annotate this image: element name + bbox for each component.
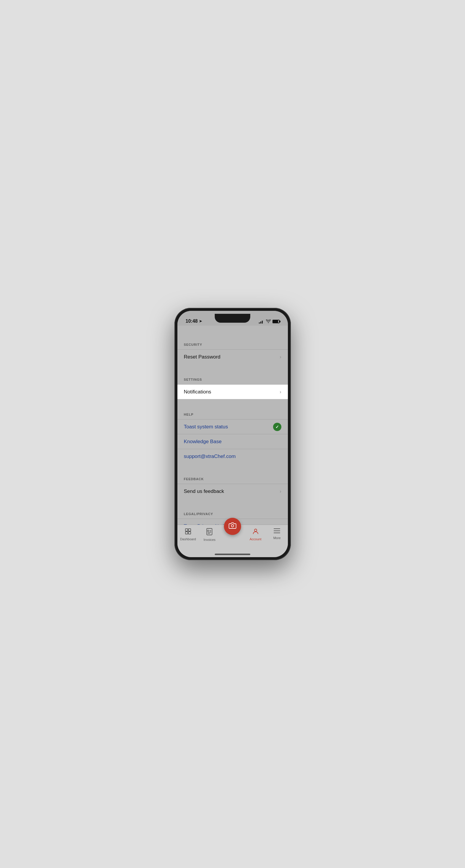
status-time: 10:48 ➤ <box>186 318 202 324</box>
battery-icon <box>272 320 280 323</box>
invoices-icon <box>206 528 213 537</box>
nav-item-more[interactable]: More <box>268 528 286 540</box>
reset-password-item[interactable]: Reset Password › <box>177 349 288 364</box>
nav-item-invoices[interactable]: Invoices <box>201 528 218 541</box>
camera-fab-button[interactable] <box>224 518 241 535</box>
account-icon <box>252 528 259 536</box>
svg-rect-4 <box>188 532 191 534</box>
more-label: More <box>273 536 281 540</box>
support-email-item[interactable]: support@xtraChef.com <box>177 449 288 464</box>
status-icons <box>259 319 280 324</box>
feedback-section-header: FEEDBACK <box>177 472 288 484</box>
invoices-label: Invoices <box>203 538 215 541</box>
knowledge-base-item[interactable]: Knowledge Base <box>177 434 288 449</box>
svg-rect-5 <box>207 528 212 535</box>
svg-point-6 <box>208 530 209 532</box>
nav-item-dashboard[interactable]: Dashboard <box>179 528 197 541</box>
account-label: Account <box>250 537 262 541</box>
help-section-header: HELP <box>177 407 288 419</box>
svg-rect-2 <box>188 529 191 531</box>
svg-point-0 <box>231 525 234 527</box>
send-feedback-item[interactable]: Send us feedback › <box>177 484 288 499</box>
navigation-icon: ➤ <box>199 319 202 323</box>
phone-frame: 10:48 ➤ <box>174 308 291 560</box>
more-icon <box>273 528 281 535</box>
security-section: SECURITY Reset Password › <box>177 338 288 364</box>
signal-icon <box>259 319 264 323</box>
security-section-header: SECURITY <box>177 338 288 349</box>
svg-point-11 <box>254 529 257 531</box>
bottom-nav: Dashboard Invoices <box>177 525 288 551</box>
content-area: SECURITY Reset Password › SETTINGS No <box>177 326 288 525</box>
toast-system-status-item[interactable]: Toast system status ✓ <box>177 419 288 434</box>
nav-item-account[interactable]: Account <box>247 528 264 541</box>
dashboard-label: Dashboard <box>180 537 196 541</box>
home-indicator <box>177 551 288 557</box>
notifications-item[interactable]: Notifications › <box>177 384 288 399</box>
check-badge: ✓ <box>273 423 281 431</box>
svg-rect-3 <box>185 532 188 534</box>
help-section: HELP Toast system status ✓ Knowledge Bas… <box>177 407 288 464</box>
feedback-section: FEEDBACK Send us feedback › <box>177 472 288 499</box>
wifi-icon <box>266 319 271 324</box>
legal-section-header: LEGAL/PRIVACY <box>177 507 288 519</box>
chevron-icon: › <box>280 489 281 494</box>
camera-icon <box>229 522 236 530</box>
notch <box>215 314 250 323</box>
settings-section: SETTINGS Notifications › <box>177 372 288 399</box>
svg-rect-1 <box>185 529 188 531</box>
chevron-icon: › <box>280 389 281 395</box>
phone-screen: 10:48 ➤ <box>177 311 288 557</box>
dashboard-icon <box>184 528 192 536</box>
chevron-icon: › <box>280 354 281 360</box>
settings-section-header: SETTINGS <box>177 372 288 384</box>
